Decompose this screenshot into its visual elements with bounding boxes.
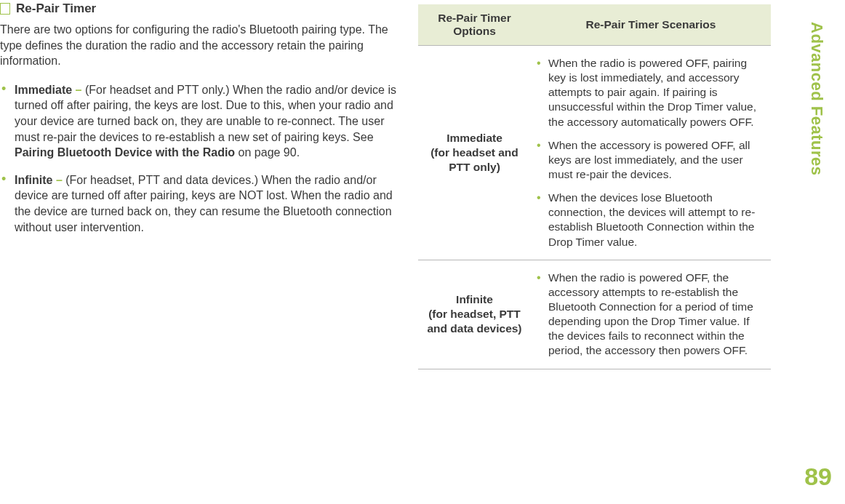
bullet-body-a: (For headset and PTT only.) When the rad… (15, 84, 396, 143)
side-title: Advanced Features (807, 22, 826, 175)
document-page: Re-Pair Timer There are two options for … (0, 0, 845, 369)
right-column: Re-Pair Timer Options Re-Pair Timer Scen… (418, 0, 771, 369)
bullet-immediate: Immediate – (For headset and PTT only.) … (0, 82, 396, 161)
option-sub: (for headset, PTT and data devices) (427, 308, 521, 335)
scenario-list: When the radio is powered OFF, the acces… (535, 271, 766, 359)
table-row: Infinite (for headset, PTT and data devi… (418, 260, 771, 369)
option-cell-immediate: Immediate (for headset and PTT only) (418, 46, 531, 260)
left-column: Re-Pair Timer There are two options for … (0, 0, 418, 247)
bullet-dash: – (76, 84, 82, 96)
bullet-body-a: (For headset, PTT and data devices.) Whe… (15, 174, 393, 233)
table-row: Immediate (for headset and PTT only) Whe… (418, 46, 771, 260)
bullet-lead: Immediate (15, 84, 72, 96)
th-options: Re-Pair Timer Options (418, 4, 531, 46)
scenario-item: When the accessory is powered OFF, all k… (535, 138, 766, 182)
section-header: Re-Pair Timer (0, 1, 396, 16)
bullet-ref: Pairing Bluetooth Device with the Radio (15, 146, 235, 159)
scenario-item: When the radio is powered OFF, pairing k… (535, 56, 766, 129)
scenario-table: Re-Pair Timer Options Re-Pair Timer Scen… (418, 4, 771, 369)
option-main: Immediate (446, 132, 502, 144)
table-header-row: Re-Pair Timer Options Re-Pair Timer Scen… (418, 4, 771, 46)
scenario-list: When the radio is powered OFF, pairing k… (535, 56, 766, 249)
bullet-list: Immediate – (For headset and PTT only.) … (0, 82, 396, 235)
scenario-item: When the radio is powered OFF, the acces… (535, 271, 766, 359)
scenario-item: When the devices lose Bluetooth connecti… (535, 191, 766, 249)
option-main: Infinite (456, 293, 493, 305)
document-icon (0, 3, 10, 15)
scenario-cell: When the radio is powered OFF, pairing k… (531, 46, 771, 260)
section-title: Re-Pair Timer (16, 1, 96, 16)
intro-paragraph: There are two options for configuring th… (0, 22, 396, 69)
scenario-cell: When the radio is powered OFF, the acces… (531, 260, 771, 369)
bullet-infinite: Infinite – (For headset, PTT and data de… (0, 172, 396, 235)
th-scenarios: Re-Pair Timer Scenarios (531, 4, 771, 46)
option-sub: (for headset and PTT only) (430, 146, 518, 173)
option-cell-infinite: Infinite (for headset, PTT and data devi… (418, 260, 531, 369)
bullet-dash: – (56, 174, 63, 186)
bullet-body-b: on page 90. (235, 146, 300, 159)
bullet-lead: Infinite (15, 174, 52, 186)
page-number: 89 (804, 463, 832, 491)
